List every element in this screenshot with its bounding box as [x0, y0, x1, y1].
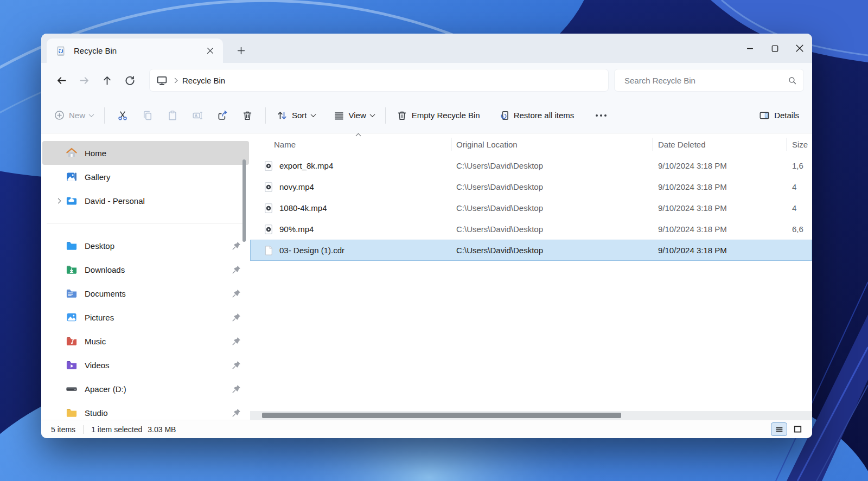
file-size: 1,6: [787, 161, 812, 170]
more-icon: [591, 114, 611, 117]
details-button[interactable]: Details: [754, 105, 805, 126]
file-row[interactable]: novy.mp4 C:\Users\David\Desktop 9/10/202…: [250, 176, 812, 197]
close-window-button[interactable]: [787, 34, 812, 63]
file-date-deleted: 9/10/2024 3:18 PM: [653, 182, 787, 191]
rename-icon: [192, 110, 203, 121]
file-row[interactable]: 90%.mp4 C:\Users\David\Desktop 9/10/2024…: [250, 219, 812, 240]
column-header-name[interactable]: Name: [250, 138, 452, 151]
forward-button[interactable]: [73, 69, 95, 91]
details-view-toggle[interactable]: [771, 422, 787, 436]
chevron-down-icon: [310, 112, 316, 117]
sidebar-item-label: Documents: [85, 289, 232, 298]
close-icon: [796, 44, 803, 52]
tab-title: Recycle Bin: [74, 46, 202, 55]
search-input[interactable]: [623, 75, 788, 86]
more-options-button[interactable]: [586, 105, 616, 126]
new-tab-button[interactable]: [232, 42, 250, 59]
delete-button[interactable]: [235, 105, 260, 126]
sidebar-item-studio[interactable]: Studio: [42, 401, 249, 420]
empty-recycle-bin-button[interactable]: Empty Recycle Bin: [391, 105, 486, 126]
toolbar-divider: [265, 107, 266, 124]
file-date-deleted: 9/10/2024 3:18 PM: [653, 225, 787, 234]
chevron-right-icon[interactable]: [51, 199, 65, 203]
sidebar-item-pictures[interactable]: Pictures: [42, 305, 249, 329]
sidebar-item-label: Home: [85, 149, 241, 158]
minimize-button[interactable]: [737, 34, 762, 63]
file-row-selected[interactable]: 03- Design (1).cdr C:\Users\David\Deskto…: [250, 240, 812, 261]
file-name: export_8k.mp4: [279, 161, 333, 170]
horizontal-scrollbar[interactable]: [250, 411, 812, 420]
selection-count: 1 item selected: [91, 425, 142, 434]
breadcrumb[interactable]: Recycle Bin: [182, 76, 225, 85]
sidebar-item-apacer-drive[interactable]: Apacer (D:): [42, 377, 249, 401]
sidebar-scrollbar[interactable]: [242, 159, 246, 242]
pin-icon: [232, 360, 241, 370]
file-original-location: C:\Users\David\Desktop: [452, 161, 653, 170]
file-original-location: C:\Users\David\Desktop: [452, 246, 653, 255]
column-header-date-deleted[interactable]: Date Deleted: [653, 138, 787, 151]
file-original-location: C:\Users\David\Desktop: [452, 182, 653, 191]
sidebar-item-desktop[interactable]: Desktop: [42, 234, 249, 258]
video-file-icon: [263, 161, 274, 171]
sidebar-item-label: Music: [85, 337, 232, 346]
sidebar-item-gallery[interactable]: Gallery: [42, 165, 249, 189]
sidebar-item-label: Downloads: [85, 265, 232, 274]
file-row[interactable]: 1080-4k.mp4 C:\Users\David\Desktop 9/10/…: [250, 197, 812, 219]
rename-button[interactable]: [185, 105, 210, 126]
search-box: [615, 69, 803, 91]
sort-button[interactable]: Sort: [271, 105, 321, 126]
tab-close-button[interactable]: [202, 43, 218, 59]
trash-icon: [397, 110, 407, 121]
desktop-screen: Recycle Bin: [0, 0, 868, 481]
toolbar-divider: [385, 107, 386, 124]
share-button[interactable]: [210, 105, 235, 126]
copy-icon: [142, 110, 153, 121]
selection-size: 3.03 MB: [148, 425, 176, 434]
maximize-button[interactable]: [762, 34, 787, 63]
file-size: 4: [787, 203, 812, 213]
desktop-folder-icon: [65, 239, 78, 252]
refresh-button[interactable]: [118, 69, 141, 91]
column-header-original-location[interactable]: Original Location: [452, 138, 653, 151]
empty-recycle-bin-label: Empty Recycle Bin: [412, 111, 480, 120]
file-original-location: C:\Users\David\Desktop: [452, 203, 653, 213]
view-button-label: View: [349, 111, 366, 120]
content-area: Home Gallery David - Personal: [41, 133, 812, 420]
file-rows: export_8k.mp4 C:\Users\David\Desktop 9/1…: [250, 155, 812, 420]
details-button-label: Details: [774, 111, 799, 120]
gallery-icon: [65, 170, 78, 183]
view-button[interactable]: View: [328, 105, 380, 126]
up-arrow-icon: [102, 75, 112, 86]
status-bar: 5 items 1 item selected 3.03 MB: [41, 420, 812, 438]
cut-button[interactable]: [110, 105, 135, 126]
large-icons-view-icon: [793, 425, 802, 434]
horizontal-scrollbar-thumb[interactable]: [262, 413, 621, 418]
column-header-size[interactable]: Size: [787, 138, 812, 151]
file-original-location: C:\Users\David\Desktop: [452, 225, 653, 234]
sidebar-item-documents[interactable]: Documents: [42, 281, 249, 305]
sidebar-item-label: David - Personal: [85, 196, 241, 206]
sidebar-item-label: Studio: [85, 408, 232, 418]
sort-icon: [277, 110, 288, 121]
back-button[interactable]: [50, 69, 73, 91]
file-row[interactable]: export_8k.mp4 C:\Users\David\Desktop 9/1…: [250, 155, 812, 176]
paste-button[interactable]: [160, 105, 185, 126]
up-button[interactable]: [95, 69, 118, 91]
paste-icon: [167, 110, 178, 121]
window-controls: [737, 34, 812, 63]
icons-view-toggle[interactable]: [789, 422, 806, 436]
sidebar-item-music[interactable]: Music: [42, 329, 249, 353]
pin-icon: [232, 288, 241, 298]
column-headers: Name Original Location Date Deleted Size: [250, 133, 812, 155]
share-icon: [217, 110, 228, 121]
address-bar[interactable]: Recycle Bin: [150, 69, 608, 91]
sidebar-item-david-personal[interactable]: David - Personal: [42, 189, 249, 213]
tab-recycle-bin[interactable]: Recycle Bin: [47, 39, 223, 63]
restore-all-items-button[interactable]: Restore all items: [493, 105, 580, 126]
new-button[interactable]: New: [49, 105, 99, 126]
sidebar-item-videos[interactable]: Videos: [42, 353, 249, 377]
chevron-down-icon: [89, 112, 94, 117]
copy-button[interactable]: [135, 105, 160, 126]
sidebar-item-home[interactable]: Home: [42, 141, 249, 165]
sidebar-item-downloads[interactable]: Downloads: [42, 258, 249, 281]
